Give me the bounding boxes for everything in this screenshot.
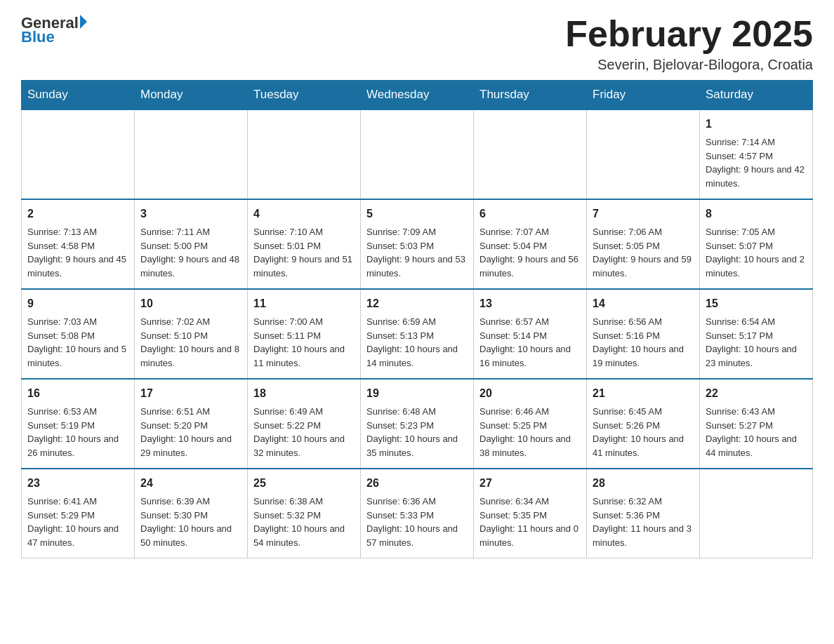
calendar-day-cell: 9Sunrise: 7:03 AMSunset: 5:08 PMDaylight… [22, 289, 135, 379]
weekday-header-wednesday: Wednesday [361, 81, 474, 110]
day-info-line: Daylight: 10 hours and 50 minutes. [140, 522, 241, 549]
day-info-line: Daylight: 10 hours and 11 minutes. [253, 342, 355, 370]
day-info-line: Sunset: 5:20 PM [140, 419, 241, 433]
day-info-line: Sunset: 5:25 PM [479, 419, 581, 433]
calendar-day-cell: 6Sunrise: 7:07 AMSunset: 5:04 PMDaylight… [474, 199, 587, 289]
day-info-line: Sunrise: 7:09 AM [366, 225, 468, 239]
calendar-day-cell: 19Sunrise: 6:48 AMSunset: 5:23 PMDayligh… [361, 379, 474, 469]
day-info-line: Sunset: 5:32 PM [253, 509, 355, 523]
logo-arrow-icon [80, 15, 87, 29]
day-number: 3 [140, 206, 241, 222]
day-info-line: Sunrise: 6:59 AM [366, 315, 468, 329]
day-info-line: Sunset: 5:11 PM [253, 329, 355, 343]
day-info-line: Sunset: 5:03 PM [366, 239, 468, 253]
calendar-day-cell: 27Sunrise: 6:34 AMSunset: 5:35 PMDayligh… [474, 469, 587, 558]
day-info-line: Daylight: 9 hours and 51 minutes. [253, 253, 355, 280]
day-info-line: Daylight: 10 hours and 26 minutes. [27, 432, 128, 459]
logo: General Blue [21, 14, 87, 46]
day-number: 16 [27, 385, 128, 402]
calendar-day-cell: 28Sunrise: 6:32 AMSunset: 5:36 PMDayligh… [587, 469, 700, 558]
day-number: 1 [706, 116, 807, 133]
day-info-line: Sunset: 5:30 PM [140, 509, 241, 523]
day-info-line: Daylight: 10 hours and 5 minutes. [27, 342, 128, 370]
calendar-day-cell: 3Sunrise: 7:11 AMSunset: 5:00 PMDaylight… [135, 199, 248, 289]
day-info-line: Sunset: 5:01 PM [253, 239, 355, 253]
calendar-day-cell: 16Sunrise: 6:53 AMSunset: 5:19 PMDayligh… [22, 379, 135, 469]
day-info-line: Sunrise: 6:56 AM [593, 315, 694, 329]
day-info-line: Sunrise: 7:06 AM [593, 225, 694, 239]
day-info-line: Sunset: 5:36 PM [593, 509, 694, 523]
calendar-week-row: 9Sunrise: 7:03 AMSunset: 5:08 PMDaylight… [22, 289, 813, 379]
day-info-line: Sunrise: 7:07 AM [479, 225, 581, 239]
calendar-week-row: 23Sunrise: 6:41 AMSunset: 5:29 PMDayligh… [22, 469, 813, 558]
calendar-day-cell [587, 109, 700, 199]
weekday-header-tuesday: Tuesday [248, 81, 361, 110]
day-number: 19 [366, 385, 468, 402]
calendar-day-cell: 20Sunrise: 6:46 AMSunset: 5:25 PMDayligh… [474, 379, 587, 469]
day-info-line: Sunset: 4:57 PM [706, 149, 807, 163]
calendar-day-cell: 8Sunrise: 7:05 AMSunset: 5:07 PMDaylight… [700, 199, 813, 289]
weekday-header-monday: Monday [135, 81, 248, 110]
day-number: 20 [479, 385, 581, 402]
day-info-line: Sunset: 5:17 PM [706, 329, 807, 343]
day-info-line: Sunrise: 7:11 AM [140, 225, 241, 239]
day-info-line: Daylight: 9 hours and 59 minutes. [593, 253, 694, 280]
calendar-day-cell: 25Sunrise: 6:38 AMSunset: 5:32 PMDayligh… [248, 469, 361, 558]
day-info-line: Daylight: 10 hours and 23 minutes. [706, 342, 807, 370]
title-block: February 2025 Severin, Bjelovar-Bilogora… [565, 14, 813, 73]
day-info-line: Sunrise: 6:38 AM [253, 495, 355, 509]
calendar-day-cell: 10Sunrise: 7:02 AMSunset: 5:10 PMDayligh… [135, 289, 248, 379]
day-number: 6 [479, 206, 581, 222]
day-number: 9 [27, 295, 128, 312]
logo-blue-text: Blue [21, 28, 55, 46]
day-info-line: Sunrise: 7:00 AM [253, 315, 355, 329]
day-number: 26 [366, 475, 468, 492]
day-number: 18 [253, 385, 355, 402]
calendar-day-cell: 17Sunrise: 6:51 AMSunset: 5:20 PMDayligh… [135, 379, 248, 469]
day-info-line: Daylight: 9 hours and 56 minutes. [479, 253, 581, 280]
day-info-line: Daylight: 9 hours and 42 minutes. [706, 163, 807, 190]
day-info-line: Sunrise: 6:41 AM [27, 495, 128, 509]
day-info-line: Sunrise: 7:10 AM [253, 225, 355, 239]
day-info-line: Sunset: 5:19 PM [27, 419, 128, 433]
calendar-day-cell [474, 109, 587, 199]
day-info-line: Sunrise: 7:13 AM [27, 225, 128, 239]
calendar-day-cell [22, 109, 135, 199]
day-info-line: Sunrise: 6:57 AM [479, 315, 581, 329]
day-info-line: Sunrise: 7:02 AM [140, 315, 241, 329]
calendar-day-cell: 15Sunrise: 6:54 AMSunset: 5:17 PMDayligh… [700, 289, 813, 379]
day-info-line: Daylight: 10 hours and 41 minutes. [593, 432, 694, 459]
day-info-line: Sunset: 5:27 PM [706, 419, 807, 433]
day-number: 22 [706, 385, 807, 402]
day-info-line: Sunset: 5:04 PM [479, 239, 581, 253]
day-number: 13 [479, 295, 581, 312]
calendar-day-cell: 14Sunrise: 6:56 AMSunset: 5:16 PMDayligh… [587, 289, 700, 379]
day-info-line: Daylight: 9 hours and 53 minutes. [366, 253, 468, 280]
day-info-line: Daylight: 10 hours and 8 minutes. [140, 342, 241, 370]
day-info-line: Sunrise: 7:14 AM [706, 135, 807, 149]
day-info-line: Sunset: 5:35 PM [479, 509, 581, 523]
calendar-day-cell: 24Sunrise: 6:39 AMSunset: 5:30 PMDayligh… [135, 469, 248, 558]
day-info-line: Sunrise: 6:39 AM [140, 495, 241, 509]
day-info-line: Daylight: 10 hours and 38 minutes. [479, 432, 581, 459]
day-number: 12 [366, 295, 468, 312]
calendar-day-cell [135, 109, 248, 199]
day-info-line: Sunrise: 7:03 AM [27, 315, 128, 329]
day-info-line: Daylight: 10 hours and 54 minutes. [253, 522, 355, 549]
day-info-line: Sunset: 5:26 PM [593, 419, 694, 433]
day-number: 24 [140, 475, 241, 492]
day-info-line: Daylight: 10 hours and 44 minutes. [706, 432, 807, 459]
day-info-line: Daylight: 11 hours and 3 minutes. [593, 522, 694, 549]
day-info-line: Daylight: 10 hours and 2 minutes. [706, 253, 807, 280]
day-info-line: Daylight: 10 hours and 57 minutes. [366, 522, 468, 549]
calendar-table: SundayMondayTuesdayWednesdayThursdayFrid… [21, 80, 813, 558]
day-info-line: Sunrise: 6:49 AM [253, 405, 355, 419]
day-number: 5 [366, 206, 468, 222]
day-info-line: Daylight: 10 hours and 29 minutes. [140, 432, 241, 459]
day-info-line: Sunrise: 6:34 AM [479, 495, 581, 509]
day-info-line: Sunrise: 6:43 AM [706, 405, 807, 419]
calendar-day-cell: 26Sunrise: 6:36 AMSunset: 5:33 PMDayligh… [361, 469, 474, 558]
calendar-day-cell: 5Sunrise: 7:09 AMSunset: 5:03 PMDaylight… [361, 199, 474, 289]
calendar-day-cell [361, 109, 474, 199]
month-title: February 2025 [565, 14, 813, 54]
